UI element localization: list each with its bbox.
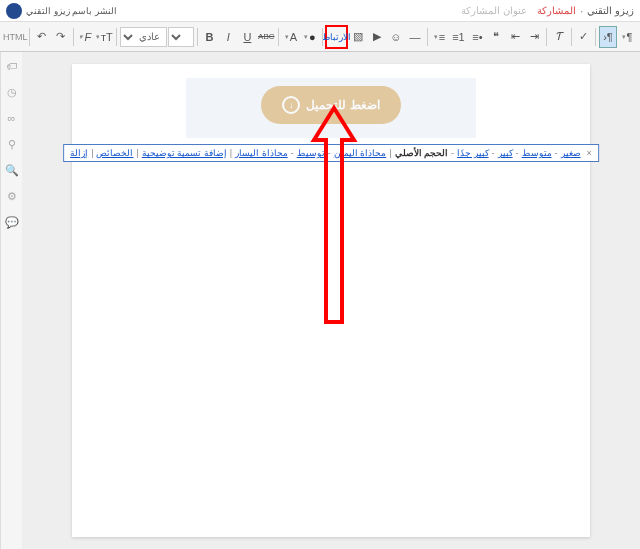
italic-button[interactable]: I bbox=[219, 26, 237, 48]
align-left[interactable]: محاذاة اليسار bbox=[235, 148, 288, 158]
share-label[interactable]: المشاركة bbox=[537, 5, 576, 16]
align-button[interactable]: ≡▾ bbox=[430, 26, 448, 48]
format-select[interactable]: عادي bbox=[120, 27, 167, 47]
video-button[interactable]: ▶ bbox=[368, 26, 386, 48]
search-icon[interactable]: 🔍 bbox=[6, 164, 18, 176]
header-bar: زيزو التقني · المشاركة عنوان المشاركة ال… bbox=[0, 0, 640, 22]
editor-page[interactable]: اضغط للتحميل ↓ × صغير- متوسط- كبير- كبير… bbox=[72, 64, 590, 537]
size-medium[interactable]: متوسط bbox=[522, 148, 552, 158]
size-large[interactable]: كبير bbox=[498, 148, 513, 158]
publish-as: النشر باسم زيزو التقني bbox=[26, 6, 117, 16]
size-xlarge[interactable]: كبير جدًا bbox=[457, 148, 489, 158]
post-title-placeholder[interactable]: عنوان المشاركة bbox=[461, 5, 527, 16]
indent-button[interactable]: ⇥ bbox=[525, 26, 543, 48]
size-small[interactable]: صغير bbox=[561, 148, 581, 158]
ol-button[interactable]: 1≡ bbox=[449, 26, 467, 48]
align-right[interactable]: محاذاة اليمين bbox=[334, 148, 387, 158]
spellcheck-button[interactable]: ✓ bbox=[574, 26, 592, 48]
options-icon[interactable]: ⚙ bbox=[6, 190, 18, 202]
emoji-button[interactable]: ☺ bbox=[387, 26, 405, 48]
rtl-button[interactable]: ¶▾ bbox=[618, 26, 636, 48]
link-button[interactable]: الارتباط bbox=[325, 25, 348, 49]
underline-button[interactable]: U bbox=[238, 26, 256, 48]
clear-format-button[interactable]: Ƭ bbox=[550, 26, 568, 48]
remove[interactable]: إزالة bbox=[70, 148, 88, 158]
editor-area: اضغط للتحميل ↓ × صغير- متوسط- كبير- كبير… bbox=[22, 52, 640, 549]
blog-name[interactable]: زيزو التقني bbox=[587, 5, 634, 16]
quote-button[interactable]: ❝ bbox=[487, 26, 505, 48]
break-button[interactable]: — bbox=[406, 26, 424, 48]
redo-button[interactable]: ↷ bbox=[52, 26, 70, 48]
add-caption[interactable]: إضافة تسمية توضيحية bbox=[142, 148, 227, 158]
editor-toolbar: HTML ↶ ↷ F▾ тT▾ عادي B I U ABC A▾ ●▾ الا… bbox=[0, 22, 640, 52]
clock-icon[interactable]: ◷ bbox=[6, 86, 18, 98]
location-icon[interactable]: ⚲ bbox=[6, 138, 18, 150]
outdent-button[interactable]: ⇤ bbox=[506, 26, 524, 48]
avatar[interactable] bbox=[6, 3, 22, 19]
bg-color-button[interactable]: ●▾ bbox=[301, 26, 319, 48]
strike-button[interactable]: ABC bbox=[257, 26, 275, 48]
download-button-image[interactable]: اضغط للتحميل ↓ bbox=[261, 86, 401, 124]
download-icon: ↓ bbox=[282, 96, 300, 114]
comment-icon[interactable]: 💬 bbox=[6, 216, 18, 228]
font-size-button[interactable]: тT▾ bbox=[95, 26, 113, 48]
align-center[interactable]: توسيط bbox=[297, 148, 325, 158]
bold-button[interactable]: B bbox=[200, 26, 218, 48]
image-options-toolbar: × صغير- متوسط- كبير- كبير جدًا- الحجم ال… bbox=[63, 144, 599, 162]
close-icon[interactable]: × bbox=[587, 148, 592, 158]
size-original[interactable]: الحجم الأصلي bbox=[395, 148, 449, 158]
style-select[interactable] bbox=[168, 27, 194, 47]
text-color-button[interactable]: A▾ bbox=[282, 26, 300, 48]
ul-button[interactable]: •≡ bbox=[468, 26, 486, 48]
font-family-button[interactable]: F▾ bbox=[76, 26, 94, 48]
permalink-icon[interactable]: ∞ bbox=[6, 112, 18, 124]
ltr-button[interactable]: ¶‹ bbox=[599, 26, 617, 48]
tag-icon[interactable]: 🏷 bbox=[6, 60, 18, 72]
image-button[interactable]: ▧ bbox=[349, 26, 367, 48]
properties[interactable]: الخصائص bbox=[96, 148, 133, 158]
html-mode-button[interactable]: HTML bbox=[4, 26, 26, 48]
undo-button[interactable]: ↶ bbox=[33, 26, 51, 48]
right-sidebar: 🏷 ◷ ∞ ⚲ 🔍 ⚙ 💬 bbox=[0, 52, 22, 549]
